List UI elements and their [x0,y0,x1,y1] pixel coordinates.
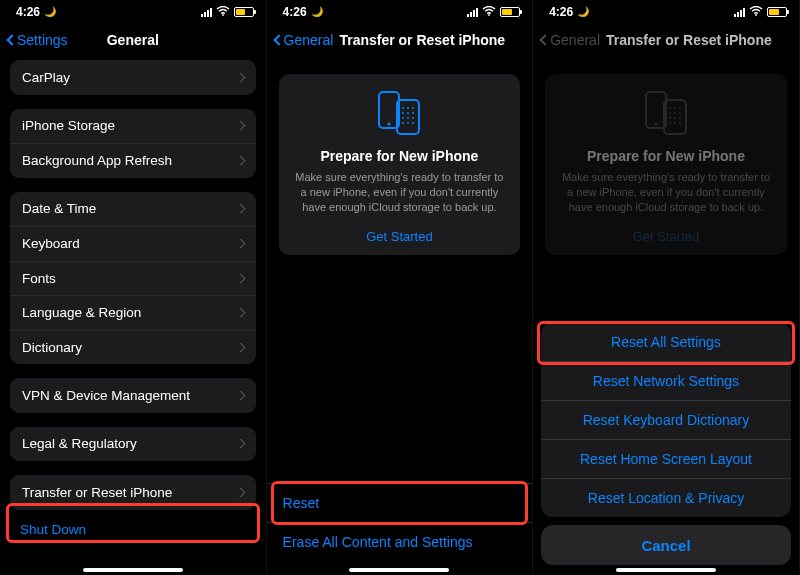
status-time: 4:26 [549,5,573,19]
home-indicator[interactable] [616,568,716,572]
svg-point-15 [407,122,409,124]
svg-point-16 [412,122,414,124]
svg-point-9 [407,112,409,114]
reset-all-settings[interactable]: Reset All Settings [541,322,791,361]
get-started-button[interactable]: Get Started [366,229,432,244]
home-indicator[interactable] [349,568,449,572]
svg-point-1 [488,14,490,16]
back-button[interactable]: Settings [8,32,68,48]
do-not-disturb-icon: 🌙 [311,6,323,17]
svg-point-11 [402,117,404,119]
row-keyboard[interactable]: Keyboard [10,226,256,261]
phones-icon [293,88,507,138]
transfer-reset-content-dim: Prepare for New iPhone Make sure everyth… [533,60,799,575]
chevron-right-icon [235,72,245,82]
cancel-button[interactable]: Cancel [541,525,791,565]
page-title: General [107,32,159,48]
reset-network-settings[interactable]: Reset Network Settings [541,361,791,400]
status-bar: 4:26 🌙 [533,0,799,20]
svg-point-5 [402,107,404,109]
reset-action-sheet: Reset All Settings Reset Network Setting… [541,322,791,517]
back-button[interactable]: General [275,32,334,48]
svg-point-12 [407,117,409,119]
home-indicator[interactable] [83,568,183,572]
row-carplay[interactable]: CarPlay [10,60,256,95]
chevron-right-icon [235,390,245,400]
row-iphone-storage[interactable]: iPhone Storage [10,109,256,144]
card-body: Make sure everything's ready to transfer… [293,170,507,215]
chevron-right-icon [235,204,245,214]
back-label: Settings [17,32,68,48]
svg-point-6 [407,107,409,109]
card-heading: Prepare for New iPhone [559,148,773,164]
wifi-icon [482,6,496,18]
chevron-right-icon [235,273,245,283]
svg-point-27 [669,117,671,119]
svg-point-10 [412,112,414,114]
svg-point-17 [755,14,757,16]
reset-home-screen-layout[interactable]: Reset Home Screen Layout [541,439,791,478]
card-heading: Prepare for New iPhone [293,148,507,164]
bottom-actions: Reset Erase All Content and Settings [267,483,533,561]
nav-bar: Settings General [0,20,266,60]
chevron-right-icon [235,439,245,449]
svg-point-0 [222,14,224,16]
reset-row[interactable]: Reset [267,483,533,522]
svg-point-24 [669,112,671,114]
row-date-time[interactable]: Date & Time [10,192,256,227]
battery-icon [767,7,787,17]
reset-action-sheet-wrap: Reset All Settings Reset Network Setting… [541,322,791,565]
phones-icon [559,88,773,138]
get-started-button: Get Started [633,229,699,244]
chevron-right-icon [235,239,245,249]
card-body: Make sure everything's ready to transfer… [559,170,773,215]
row-dictionary[interactable]: Dictionary [10,330,256,365]
wifi-icon [749,6,763,18]
shutdown-link[interactable]: Shut Down [0,512,266,547]
row-language-region[interactable]: Language & Region [10,295,256,330]
transfer-reset-content: Prepare for New iPhone Make sure everyth… [267,60,533,575]
status-bar: 4:26 🌙 [267,0,533,20]
chevron-left-icon [540,34,551,45]
chevron-right-icon [235,156,245,166]
page-title: Transfer or Reset iPhone [606,32,772,48]
phone-panel-1: 4:26 🌙 Settings General CarPlay iPhon [0,0,267,575]
prepare-card-dim: Prepare for New iPhone Make sure everyth… [545,74,787,255]
svg-point-13 [412,117,414,119]
erase-all-row[interactable]: Erase All Content and Settings [267,522,533,561]
svg-point-22 [674,107,676,109]
row-fonts[interactable]: Fonts [10,261,256,296]
svg-point-25 [674,112,676,114]
phone-panel-3: 4:26 🌙 General Transfer or Reset iPhone [533,0,800,575]
battery-icon [234,7,254,17]
do-not-disturb-icon: 🌙 [577,6,589,17]
settings-list: CarPlay iPhone Storage Background App Re… [0,60,266,575]
svg-point-8 [402,112,404,114]
chevron-left-icon [6,34,17,45]
svg-point-7 [412,107,414,109]
page-title: Transfer or Reset iPhone [339,32,505,48]
svg-point-23 [679,107,681,109]
back-button[interactable]: General [541,32,600,48]
svg-point-29 [679,117,681,119]
svg-point-19 [654,123,657,126]
svg-point-21 [669,107,671,109]
status-time: 4:26 [16,5,40,19]
reset-keyboard-dictionary[interactable]: Reset Keyboard Dictionary [541,400,791,439]
row-vpn-device-management[interactable]: VPN & Device Management [10,378,256,413]
nav-bar: General Transfer or Reset iPhone [533,20,799,60]
chevron-right-icon [235,342,245,352]
back-label: General [550,32,600,48]
back-label: General [284,32,334,48]
cellular-signal-icon [734,7,745,17]
row-transfer-reset[interactable]: Transfer or Reset iPhone [10,475,256,510]
phone-panel-2: 4:26 🌙 General Transfer or Reset iPhone [267,0,534,575]
row-legal-regulatory[interactable]: Legal & Regulatory [10,427,256,462]
svg-point-3 [388,123,391,126]
wifi-icon [216,6,230,18]
row-background-app-refresh[interactable]: Background App Refresh [10,143,256,178]
status-time: 4:26 [283,5,307,19]
svg-point-14 [402,122,404,124]
reset-location-privacy[interactable]: Reset Location & Privacy [541,478,791,517]
battery-icon [500,7,520,17]
